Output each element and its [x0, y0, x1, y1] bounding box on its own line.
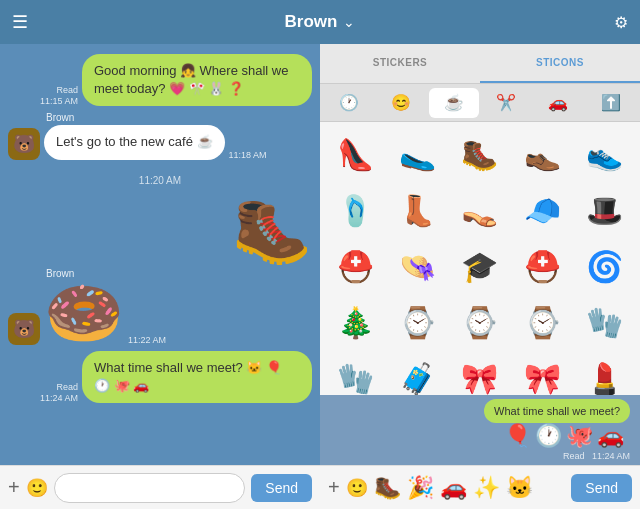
timestamp: 11:18 AM — [229, 150, 267, 160]
read-status: Read — [56, 382, 78, 392]
chat-panel: Read 11:15 AM Good morning 👧 Where shall… — [0, 44, 320, 509]
sticker-item[interactable]: 👡 — [451, 184, 509, 236]
avatar: 🐻 — [8, 313, 40, 345]
sticker-item[interactable]: 🧤 — [576, 296, 634, 348]
sticker-image: 🍩 — [44, 281, 124, 345]
header-title: Brown — [285, 12, 338, 32]
preview-sticker: 🐙 — [566, 423, 593, 449]
message-outgoing-1: Read 11:15 AM Good morning 👧 Where shall… — [8, 54, 312, 106]
sticker-item[interactable]: 🎄 — [326, 296, 384, 348]
sticker-preview-cat[interactable]: 🐱 — [506, 475, 533, 501]
sticker-item[interactable]: 👞 — [513, 128, 571, 180]
stickers-input-bar: + 🙂 🥾 🎉 🚗 ✨ 🐱 Send — [320, 465, 640, 509]
sticker-item[interactable]: 🎀 — [451, 352, 509, 395]
plus-icon[interactable]: + — [8, 476, 20, 499]
sticker-item[interactable]: 🩴 — [326, 184, 384, 236]
sticker-item[interactable]: 🎩 — [576, 184, 634, 236]
stickers-tabs: STICKERS STICONS — [320, 44, 640, 84]
time-label: 11:24 AM — [592, 451, 630, 461]
stickers-panel: STICKERS STICONS 🕐 😊 ☕ ✂️ 🚗 ⬆️ 👠 🥿 🥾 👞 👟… — [320, 44, 640, 509]
tab-sticons-label: STICONS — [536, 57, 584, 68]
message-sticker-out-3: 🥾 — [8, 198, 312, 262]
sticker-item[interactable]: 🎓 — [451, 240, 509, 292]
sticker-image: 🥾 — [232, 198, 312, 262]
avatar: 🐻 — [8, 128, 40, 160]
sticker-item[interactable]: 🧤 — [326, 352, 384, 395]
preview-meta: Read 11:24 AM — [563, 451, 630, 461]
timestamp: 11:22 AM — [128, 335, 166, 345]
timestamp-center: 11:20 AM — [8, 170, 312, 188]
header: ☰ Brown ⌄ ⚙ — [0, 0, 640, 44]
emoji-icon[interactable]: 🙂 — [26, 477, 48, 499]
tab-sticons[interactable]: STICONS — [480, 44, 640, 83]
sticker-item[interactable]: 👢 — [388, 184, 446, 236]
chat-bubble: Good morning 👧 Where shall we meet today… — [82, 54, 312, 106]
sticker-item[interactable]: 🎀 — [513, 352, 571, 395]
sticker-item[interactable]: 💄 — [576, 352, 634, 395]
subtab-face[interactable]: 😊 — [376, 88, 426, 118]
preview-sticker: 🕐 — [535, 423, 562, 449]
chat-bubble: Let's go to the new café ☕ — [44, 125, 225, 159]
plus-icon[interactable]: + — [328, 476, 340, 499]
sticker-item[interactable]: 🌀 — [576, 240, 634, 292]
tab-stickers-label: STICKERS — [373, 57, 428, 68]
sender-name: Brown — [46, 112, 267, 123]
preview-bubble-area: What time shall we meet? 🎈 🕐 🐙 🚗 Read 11… — [320, 393, 640, 467]
message-outgoing-5: Read 11:24 AM What time shall we meet? 🐱… — [8, 351, 312, 403]
chat-messages: Read 11:15 AM Good morning 👧 Where shall… — [0, 44, 320, 465]
sticker-preview-car[interactable]: 🚗 — [440, 475, 467, 501]
preview-stickers: 🎈 🕐 🐙 🚗 — [498, 423, 630, 449]
sticker-item[interactable]: 🧳 — [388, 352, 446, 395]
sticker-item[interactable]: ⌚ — [451, 296, 509, 348]
message-input[interactable] — [54, 473, 246, 503]
sticker-item[interactable]: 🥾 — [451, 128, 509, 180]
tab-stickers[interactable]: STICKERS — [320, 44, 480, 83]
message-sticker-in-4: 🐻 Brown 🍩 11:22 AM — [8, 268, 312, 345]
stickers-subtabs: 🕐 😊 ☕ ✂️ 🚗 ⬆️ — [320, 84, 640, 122]
menu-icon[interactable]: ☰ — [12, 11, 28, 33]
sticker-item[interactable]: ⌚ — [513, 296, 571, 348]
read-label: Read — [563, 451, 585, 461]
sticker-item[interactable]: 🥿 — [388, 128, 446, 180]
preview-sticker: 🎈 — [504, 423, 531, 449]
send-button[interactable]: Send — [251, 474, 312, 502]
subtab-upload[interactable]: ⬆️ — [586, 88, 636, 118]
sticker-item[interactable]: ⌚ — [388, 296, 446, 348]
sticker-item[interactable]: ⛑️ — [513, 240, 571, 292]
emoji-icon[interactable]: 🙂 — [346, 477, 368, 499]
subtab-scissors[interactable]: ✂️ — [481, 88, 531, 118]
subtab-car[interactable]: 🚗 — [533, 88, 583, 118]
sticker-preview-sparkle[interactable]: ✨ — [473, 475, 500, 501]
stickers-send-button[interactable]: Send — [571, 474, 632, 502]
sticker-item[interactable]: 👠 — [326, 128, 384, 180]
sticker-item[interactable]: 👟 — [576, 128, 634, 180]
sticker-preview-party[interactable]: 🎉 — [407, 475, 434, 501]
chat-bubble: What time shall we meet? 🐱 🎈 🕐 🐙 🚗 — [82, 351, 312, 403]
chevron-down-icon[interactable]: ⌄ — [343, 14, 355, 30]
preview-sticker: 🚗 — [597, 423, 624, 449]
sticker-item[interactable]: 👒 — [388, 240, 446, 292]
stickers-preview: What time shall we meet? 🎈 🕐 🐙 🚗 Read 11… — [320, 395, 640, 465]
subtab-clock[interactable]: 🕐 — [324, 88, 374, 118]
timestamp: 11:15 AM — [40, 96, 78, 106]
chat-input-bar: + 🙂 Send — [0, 465, 320, 509]
sticker-preview-boot[interactable]: 🥾 — [374, 475, 401, 501]
sticker-item[interactable]: 🧢 — [513, 184, 571, 236]
gear-icon[interactable]: ⚙ — [614, 13, 628, 32]
sticker-item[interactable]: ⛑️ — [326, 240, 384, 292]
read-status: Read — [56, 85, 78, 95]
stickers-grid: 👠 🥿 🥾 👞 👟 🩴 👢 👡 🧢 🎩 ⛑️ 👒 🎓 ⛑️ 🌀 🎄 ⌚ ⌚ ⌚ … — [320, 122, 640, 395]
main-area: Read 11:15 AM Good morning 👧 Where shall… — [0, 44, 640, 509]
timestamp: 11:24 AM — [40, 393, 78, 403]
message-incoming-2: 🐻 Brown Let's go to the new café ☕ 11:18… — [8, 112, 312, 159]
subtab-coffee[interactable]: ☕ — [429, 88, 479, 118]
preview-bubble: What time shall we meet? — [484, 399, 630, 423]
